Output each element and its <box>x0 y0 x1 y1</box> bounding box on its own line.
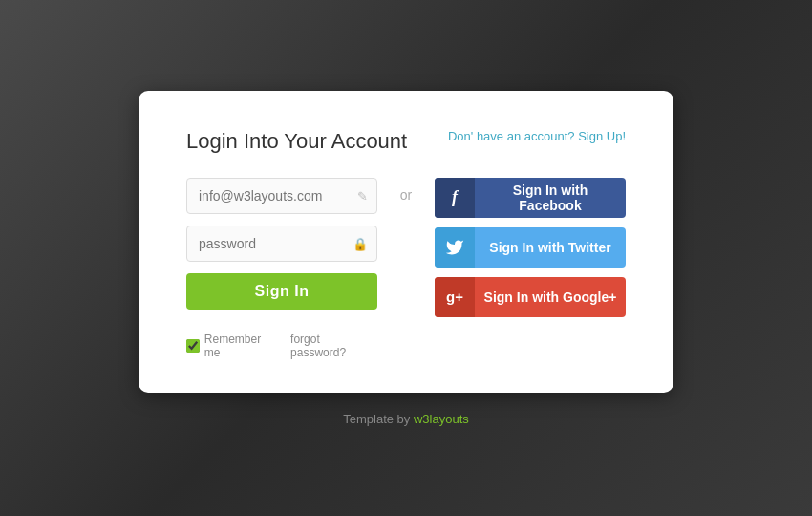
card-title: Login Into Your Account <box>186 129 407 154</box>
remember-checkbox[interactable] <box>186 339 200 353</box>
email-input[interactable] <box>186 178 377 214</box>
remember-text: Remember me <box>204 333 279 359</box>
facebook-label: Sign In with Facebook <box>475 183 626 213</box>
signin-button[interactable]: Sign In <box>186 273 377 310</box>
divider: or <box>396 178 416 203</box>
card-header: Login Into Your Account Don' have an acc… <box>186 129 626 154</box>
lock-icon: 🔒 <box>353 236 368 250</box>
user-icon: ✎ <box>357 188 368 203</box>
login-card: Login Into Your Account Don' have an acc… <box>139 91 673 393</box>
forgot-password-link[interactable]: forgot password? <box>290 333 377 359</box>
signup-link[interactable]: Don' have an account? Sign Up! <box>448 129 626 143</box>
right-column: f Sign In with Facebook Sign In with Twi… <box>435 178 626 317</box>
bottom-row: Remember me forgot password? <box>186 333 377 359</box>
left-column: ✎ 🔒 Sign In Remember me forgot password? <box>186 178 377 359</box>
remember-label[interactable]: Remember me <box>186 333 279 359</box>
twitter-signin-button[interactable]: Sign In with Twitter <box>435 227 626 268</box>
twitter-label: Sign In with Twitter <box>475 240 626 255</box>
google-icon: g+ <box>435 277 475 317</box>
facebook-icon: f <box>435 178 475 218</box>
facebook-signin-button[interactable]: f Sign In with Facebook <box>435 178 626 218</box>
google-label: Sign In with Google+ <box>475 290 626 305</box>
google-signin-button[interactable]: g+ Sign In with Google+ <box>435 277 626 317</box>
email-wrapper: ✎ <box>186 178 377 214</box>
card-body: ✎ 🔒 Sign In Remember me forgot password?… <box>186 178 626 359</box>
password-wrapper: 🔒 <box>186 226 377 262</box>
footer-link[interactable]: w3layouts <box>414 412 469 426</box>
footer-text: Template by <box>343 412 414 426</box>
footer: Template by w3layouts <box>343 412 469 426</box>
twitter-icon <box>435 227 475 268</box>
password-input[interactable] <box>186 226 377 262</box>
